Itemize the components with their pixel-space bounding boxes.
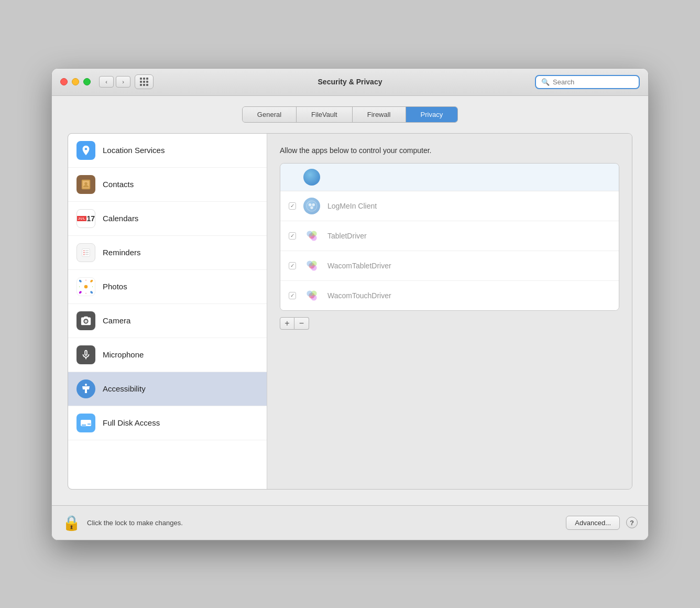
grid-button[interactable] [135,74,154,89]
reminders-icon [76,243,95,262]
svg-point-22 [307,201,317,211]
add-app-button[interactable]: + [280,317,294,330]
tab-privacy[interactable]: Privacy [406,107,458,122]
svg-point-20 [85,384,87,386]
svg-point-29 [311,235,316,241]
tab-bar: General FileVault Firewall Privacy [68,106,632,123]
footer-right: Advanced... ? [566,516,638,530]
reminders-label: Reminders [103,248,141,257]
nav-buttons: ‹ › [99,76,130,88]
list-controls: + − [280,317,619,330]
wacomtablet-checkbox[interactable] [289,262,296,269]
svg-point-32 [307,260,312,266]
tabletdriver-checkbox[interactable] [289,232,296,240]
wacomtouch-app-icon [303,287,320,304]
traffic-lights [60,78,91,85]
svg-point-10 [84,285,88,288]
main-panel: Location Services Contacts [68,133,632,490]
sidebar-item-calendars[interactable]: JUL 17 Calendars [68,202,267,236]
tab-general[interactable]: General [243,107,297,122]
sidebar-item-contacts[interactable]: Contacts [68,168,267,202]
svg-point-17 [79,286,80,288]
app-list-item-wacomtouch: WacomTouchDriver [280,281,619,310]
accessibility-icon [76,379,95,398]
svg-point-16 [79,290,82,294]
svg-point-28 [307,231,312,236]
wacomtouch-name: WacomTouchDriver [327,291,391,300]
lock-section: 🔒 Click the lock to make changes. [62,514,183,531]
tab-group: General FileVault Firewall Privacy [242,106,458,123]
lock-text: Click the lock to make changes. [87,519,183,527]
app-list-item-tabletdriver: TabletDriver [280,221,619,251]
sidebar-item-photos[interactable]: Photos [68,270,267,304]
svg-point-33 [311,265,316,270]
svg-point-15 [85,293,87,294]
tab-filevault[interactable]: FileVault [297,107,353,122]
scroll-indicator [280,164,619,191]
sidebar-item-camera[interactable]: Camera [68,304,267,338]
camera-icon [76,311,95,330]
camera-label: Camera [103,316,130,325]
app-list-item-logmein: LogMeIn Client [280,191,619,221]
main-window: ‹ › Security & Privacy 🔍 General FileVau… [51,68,649,540]
svg-point-23 [309,203,312,207]
titlebar: ‹ › Security & Privacy 🔍 [52,69,648,96]
content-area: General FileVault Firewall Privacy Locat… [52,96,648,505]
logmein-name: LogMeIn Client [327,202,377,210]
sidebar-item-reminders[interactable]: Reminders [68,236,267,270]
forward-button[interactable]: › [116,76,130,88]
svg-point-14 [90,290,93,294]
svg-point-19 [84,320,88,323]
svg-point-36 [307,290,312,296]
svg-point-37 [311,295,316,300]
panel-description: Allow the apps below to control your com… [280,146,619,155]
logmein-app-icon [303,198,320,214]
search-input[interactable] [553,78,633,86]
svg-point-11 [85,280,87,280]
tabletdriver-name: TabletDriver [327,232,367,240]
close-button[interactable] [60,78,68,85]
app-list-item-wacomtablet: WacomTabletDriver [280,251,619,281]
footer: 🔒 Click the lock to make changes. Advanc… [52,505,648,540]
calendars-label: Calendars [103,214,138,223]
search-box[interactable]: 🔍 [535,75,640,89]
sidebar: Location Services Contacts [68,134,267,489]
sidebar-item-accessibility[interactable]: Accessibility [68,372,267,406]
back-button[interactable]: ‹ [99,76,114,88]
remove-app-button[interactable]: − [294,317,309,330]
fulldisk-icon [76,414,95,432]
search-icon: 🔍 [541,78,550,86]
contacts-icon [76,175,95,194]
svg-point-13 [92,286,93,288]
svg-point-25 [310,206,313,209]
tabletdriver-app-icon [303,227,320,244]
grid-icon [140,78,148,86]
microphone-label: Microphone [103,350,144,359]
lock-icon[interactable]: 🔒 [62,514,81,531]
tab-firewall[interactable]: Firewall [353,107,406,122]
svg-point-18 [79,280,82,283]
maximize-button[interactable] [83,78,91,85]
wacomtablet-name: WacomTabletDriver [327,262,391,270]
svg-rect-21 [81,421,91,424]
location-icon [76,141,95,160]
contacts-label: Contacts [103,180,134,189]
photos-label: Photos [103,282,127,291]
sidebar-item-microphone[interactable]: Microphone [68,338,267,372]
logmein-checkbox[interactable] [289,202,296,210]
sidebar-item-location[interactable]: Location Services [68,134,267,168]
photos-icon [76,277,95,296]
sidebar-item-fulldisk[interactable]: Full Disk Access [68,406,267,440]
accessibility-label: Accessibility [103,384,146,393]
svg-point-2 [84,182,88,185]
microphone-icon [76,345,95,364]
advanced-button[interactable]: Advanced... [566,516,620,530]
minimize-button[interactable] [72,78,79,85]
svg-point-12 [90,280,93,283]
location-label: Location Services [103,146,165,155]
fulldisk-label: Full Disk Access [103,418,160,427]
right-panel: Allow the apps below to control your com… [267,134,632,489]
help-button[interactable]: ? [626,517,638,528]
wacomtouch-checkbox[interactable] [289,292,296,299]
wacomtablet-app-icon [303,257,320,274]
